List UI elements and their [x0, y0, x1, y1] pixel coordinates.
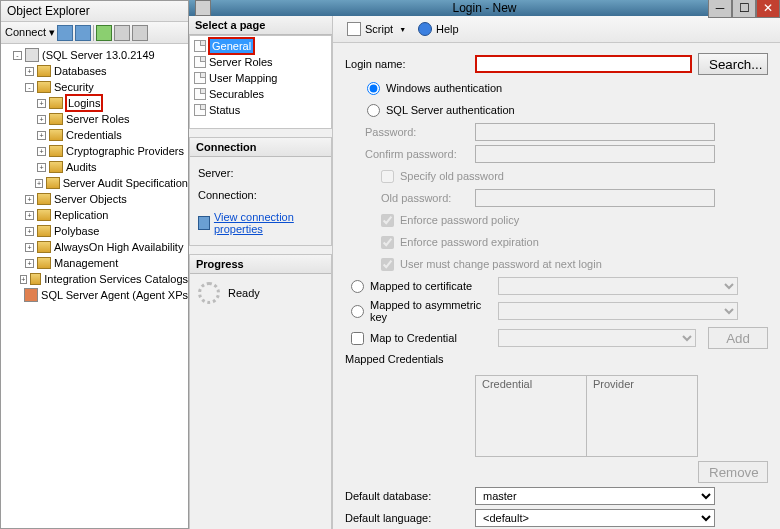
- collapse-icon[interactable]: -: [25, 83, 34, 92]
- enforce-expiration-label: Enforce password expiration: [400, 236, 539, 248]
- folder-icon: [46, 177, 59, 189]
- tree-label: Server Roles: [66, 111, 130, 127]
- tree-node-server-audit-spec[interactable]: + Server Audit Specification: [1, 175, 188, 191]
- dialog-right-pane: Script ▼ Help Login name: Search...: [333, 16, 780, 529]
- confirm-password-label: Confirm password:: [345, 148, 475, 160]
- page-label: Securables: [209, 86, 264, 102]
- connect-dropdown[interactable]: Connect ▾: [5, 26, 55, 39]
- tree-node-logins[interactable]: + Logins: [1, 95, 188, 111]
- mapped-credentials-label: Mapped Credentials: [345, 353, 475, 365]
- folder-icon: [49, 145, 63, 157]
- tree-node-sql-agent[interactable]: SQL Server Agent (Agent XPs: [1, 287, 188, 303]
- page-list[interactable]: General Server Roles User Mapping Secura…: [189, 35, 332, 129]
- expand-icon[interactable]: +: [37, 163, 46, 172]
- help-button[interactable]: Help: [414, 20, 463, 38]
- must-change-checkbox: [381, 258, 394, 271]
- sql-auth-radio[interactable]: [367, 104, 380, 117]
- collapse-icon[interactable]: -: [13, 51, 22, 60]
- connection-properties-icon: [198, 216, 210, 230]
- page-user-mapping[interactable]: User Mapping: [190, 70, 331, 86]
- tree-label: (SQL Server 13.0.2149: [42, 47, 155, 63]
- search-button[interactable]: Search...: [698, 53, 768, 75]
- folder-icon: [37, 241, 51, 253]
- tree-node-server[interactable]: - (SQL Server 13.0.2149: [1, 47, 188, 63]
- folder-icon: [49, 113, 63, 125]
- default-lang-select[interactable]: <default>: [475, 509, 715, 527]
- mapped-cert-radio[interactable]: [351, 280, 364, 293]
- default-db-label: Default database:: [345, 490, 475, 502]
- mapped-asymkey-select: [498, 302, 738, 320]
- tree-label: AlwaysOn High Availability: [54, 239, 183, 255]
- toolbar-icon-5[interactable]: [132, 25, 148, 41]
- tree-node-credentials[interactable]: + Credentials: [1, 127, 188, 143]
- expand-icon[interactable]: +: [25, 195, 34, 204]
- toolbar-icon-2[interactable]: [75, 25, 91, 41]
- tree-node-server-objects[interactable]: + Server Objects: [1, 191, 188, 207]
- page-label-selected: General: [209, 38, 254, 54]
- expand-icon[interactable]: +: [37, 99, 46, 108]
- tree-label: Integration Services Catalogs: [44, 271, 188, 287]
- expand-icon[interactable]: +: [25, 67, 34, 76]
- mapped-cert-select: [498, 277, 738, 295]
- chevron-down-icon: ▼: [399, 26, 406, 33]
- toolbar-icon-3[interactable]: [96, 25, 112, 41]
- object-explorer-toolbar: Connect ▾: [1, 22, 188, 44]
- tree-node-server-roles[interactable]: + Server Roles: [1, 111, 188, 127]
- tree-node-audits[interactable]: + Audits: [1, 159, 188, 175]
- view-connection-properties-link[interactable]: View connection properties: [214, 211, 323, 235]
- expand-icon[interactable]: +: [37, 147, 46, 156]
- default-db-select[interactable]: master: [475, 487, 715, 505]
- map-credential-label: Map to Credential: [370, 332, 488, 344]
- folder-icon: [37, 225, 51, 237]
- expand-icon[interactable]: +: [25, 259, 34, 268]
- toolbar-icon-4[interactable]: [114, 25, 130, 41]
- mapped-asymkey-radio[interactable]: [351, 305, 364, 318]
- dialog-titlebar[interactable]: Login - New ─ ☐ ✕: [189, 0, 780, 16]
- windows-auth-radio[interactable]: [367, 82, 380, 95]
- expand-icon[interactable]: +: [25, 227, 34, 236]
- login-name-input[interactable]: [475, 55, 692, 73]
- mapped-cert-label: Mapped to certificate: [370, 280, 488, 292]
- tree-node-management[interactable]: + Management: [1, 255, 188, 271]
- map-credential-checkbox[interactable]: [351, 332, 364, 345]
- progress-spinner-icon: [198, 282, 220, 304]
- expand-icon[interactable]: +: [37, 131, 46, 140]
- page-icon: [194, 104, 206, 116]
- select-page-header: Select a page: [189, 16, 332, 35]
- script-label: Script: [365, 23, 393, 35]
- old-password-label: Old password:: [345, 192, 475, 204]
- tree-node-alwayson[interactable]: + AlwaysOn High Availability: [1, 239, 188, 255]
- tree-node-polybase[interactable]: + Polybase: [1, 223, 188, 239]
- page-label: Server Roles: [209, 54, 273, 70]
- page-general[interactable]: General: [190, 38, 331, 54]
- tree-node-replication[interactable]: + Replication: [1, 207, 188, 223]
- dialog-left-pane: Select a page General Server Roles User …: [189, 16, 333, 529]
- tree-node-integration-services[interactable]: + Integration Services Catalogs: [1, 271, 188, 287]
- tree-node-crypto-providers[interactable]: + Cryptographic Providers: [1, 143, 188, 159]
- provider-column-header: Provider: [587, 376, 697, 456]
- add-button: Add: [708, 327, 768, 349]
- expand-icon[interactable]: +: [37, 115, 46, 124]
- password-label: Password:: [345, 126, 475, 138]
- page-status[interactable]: Status: [190, 102, 331, 118]
- expand-icon[interactable]: +: [20, 275, 27, 284]
- close-button[interactable]: ✕: [756, 0, 780, 18]
- minimize-button[interactable]: ─: [708, 0, 732, 18]
- expand-icon[interactable]: +: [25, 243, 34, 252]
- maximize-button[interactable]: ☐: [732, 0, 756, 18]
- object-explorer-tree[interactable]: - (SQL Server 13.0.2149 + Databases - Se…: [1, 44, 188, 528]
- enforce-policy-checkbox: [381, 214, 394, 227]
- tree-node-security[interactable]: - Security: [1, 79, 188, 95]
- expand-icon[interactable]: +: [35, 179, 44, 188]
- mapped-credentials-table[interactable]: Credential Provider: [475, 375, 698, 457]
- page-securables[interactable]: Securables: [190, 86, 331, 102]
- folder-icon: [30, 273, 41, 285]
- tree-node-databases[interactable]: + Databases: [1, 63, 188, 79]
- toolbar-icon-1[interactable]: [57, 25, 73, 41]
- progress-panel: Progress Ready: [189, 254, 332, 529]
- page-server-roles[interactable]: Server Roles: [190, 54, 331, 70]
- tree-label: Management: [54, 255, 118, 271]
- expand-icon[interactable]: +: [25, 211, 34, 220]
- specify-old-checkbox: [381, 170, 394, 183]
- script-button[interactable]: Script ▼: [343, 20, 410, 38]
